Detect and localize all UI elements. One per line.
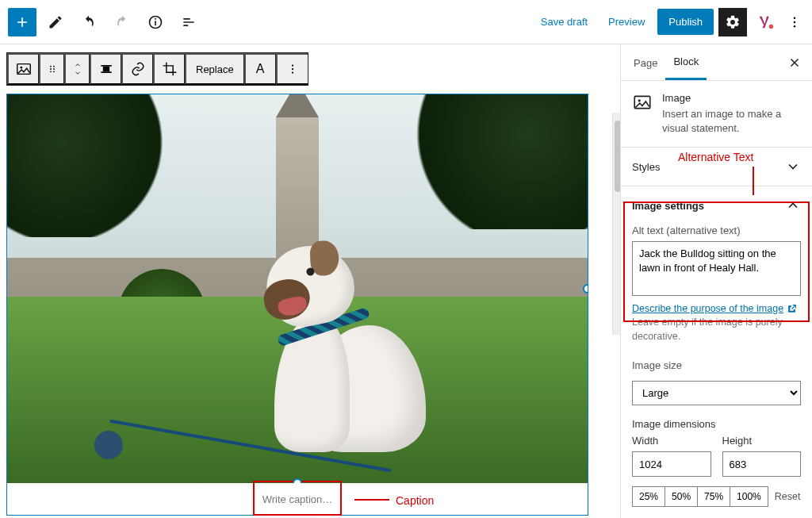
image-dimensions-header: Image dimensions — [632, 418, 801, 430]
svg-rect-15 — [102, 67, 109, 72]
add-block-button[interactable] — [8, 8, 36, 36]
alt-text-help-link[interactable]: Describe the purpose of the image — [632, 303, 783, 314]
svg-point-5 — [794, 21, 795, 22]
svg-point-20 — [292, 71, 293, 73]
block-toolbar: Replace A — [6, 52, 308, 86]
svg-point-9 — [50, 66, 52, 67]
drag-icon — [46, 63, 59, 75]
settings-sidebar: Page Block Image Insert an image to make… — [620, 44, 812, 518]
resize-handle-right[interactable] — [583, 284, 588, 294]
width-input[interactable] — [632, 451, 711, 477]
image-content — [7, 94, 588, 483]
chevron-up-icon — [785, 198, 801, 213]
settings-button[interactable] — [718, 8, 747, 36]
tab-block[interactable]: Block — [665, 44, 707, 80]
topbar-right: Save draft Preview Publish — [533, 8, 804, 36]
publish-button[interactable]: Publish — [657, 9, 714, 35]
info-button[interactable] — [141, 8, 170, 36]
outline-icon — [181, 14, 197, 30]
replace-button[interactable]: Replace — [185, 53, 244, 85]
svg-rect-2 — [155, 18, 156, 20]
redo-icon — [114, 14, 130, 30]
alt-text-hint: Describe the purpose of the image Leave … — [632, 302, 801, 344]
section-image-settings[interactable]: Image settings — [621, 186, 812, 224]
letter-a-icon: A — [256, 62, 265, 76]
crop-icon — [162, 61, 178, 77]
save-draft-button[interactable]: Save draft — [533, 10, 596, 34]
svg-point-18 — [292, 64, 293, 66]
sidebar-tabs: Page Block — [621, 44, 812, 81]
section-image-settings-label: Image settings — [632, 200, 704, 212]
svg-rect-17 — [101, 71, 111, 73]
block-more-button[interactable] — [276, 53, 308, 85]
link-button[interactable] — [121, 53, 153, 85]
chevrons-icon — [73, 61, 82, 77]
height-input[interactable] — [722, 451, 802, 477]
redo-button[interactable] — [108, 8, 136, 36]
section-styles-label: Styles — [632, 161, 660, 173]
plus-icon — [14, 14, 30, 30]
reset-dimensions-button[interactable]: Reset — [768, 487, 807, 506]
yoast-button[interactable] — [752, 8, 780, 36]
close-sidebar-button[interactable] — [780, 48, 809, 77]
svg-point-3 — [769, 24, 774, 29]
topbar-left — [8, 8, 203, 36]
image-size-select[interactable]: Large — [632, 381, 801, 405]
editor-canvas: Replace A — [0, 44, 620, 518]
height-label: Height — [722, 435, 802, 447]
link-icon — [130, 61, 146, 77]
text-overlay-button[interactable]: A — [244, 53, 276, 85]
align-button[interactable] — [90, 53, 121, 85]
svg-point-8 — [20, 67, 22, 69]
canvas-scrollbar[interactable] — [612, 113, 620, 335]
svg-point-14 — [53, 71, 55, 72]
pct-100-button[interactable]: 100% — [730, 486, 768, 507]
section-styles[interactable]: Styles — [621, 148, 812, 186]
image-icon — [15, 60, 33, 78]
close-icon — [787, 56, 802, 70]
pct-50-button[interactable]: 50% — [665, 486, 698, 507]
pct-25-button[interactable]: 25% — [632, 486, 665, 507]
external-link-icon — [787, 304, 797, 314]
gear-icon — [725, 14, 741, 30]
width-label: Width — [632, 435, 711, 447]
alt-text-input[interactable]: Jack the Bulldog sitting on the lawn in … — [632, 241, 801, 295]
alt-text-label: Alt text (alternative text) — [632, 224, 801, 236]
kebab-icon — [787, 15, 802, 29]
resize-handle-bottom[interactable] — [293, 478, 302, 483]
preview-button[interactable]: Preview — [600, 10, 653, 34]
svg-point-11 — [50, 68, 52, 70]
move-arrows[interactable] — [64, 53, 90, 85]
more-menu-button[interactable] — [785, 8, 804, 36]
svg-rect-16 — [101, 65, 111, 67]
image-block[interactable]: Write caption… Caption — [6, 94, 588, 516]
edit-mode-button[interactable] — [41, 8, 70, 36]
pencil-icon — [48, 14, 63, 30]
info-icon — [147, 14, 163, 30]
drag-handle[interactable] — [39, 53, 64, 85]
svg-point-4 — [794, 17, 795, 18]
tab-page[interactable]: Page — [626, 46, 665, 79]
kebab-icon — [285, 62, 300, 76]
block-info-panel: Image Insert an image to make a visual s… — [621, 81, 812, 148]
image-icon — [632, 92, 653, 113]
svg-point-19 — [292, 68, 293, 70]
svg-point-12 — [53, 68, 55, 70]
pct-75-button[interactable]: 75% — [697, 486, 730, 507]
dimensions-row: Width Height — [621, 435, 812, 477]
outline-button[interactable] — [174, 8, 203, 36]
caption-input[interactable]: Write caption… — [7, 483, 588, 515]
undo-icon — [81, 14, 97, 30]
undo-button[interactable] — [75, 8, 103, 36]
block-description: Insert an image to make a visual stateme… — [662, 107, 801, 136]
svg-rect-1 — [155, 21, 156, 25]
crop-button[interactable] — [153, 53, 185, 85]
yoast-icon — [757, 13, 775, 31]
block-type-button[interactable] — [7, 53, 39, 85]
block-title: Image — [662, 92, 801, 104]
align-icon — [98, 61, 114, 77]
editor-topbar: Save draft Preview Publish — [0, 0, 812, 44]
svg-point-10 — [53, 66, 55, 67]
svg-point-6 — [794, 25, 795, 27]
image-size-label: Image size — [632, 359, 801, 371]
